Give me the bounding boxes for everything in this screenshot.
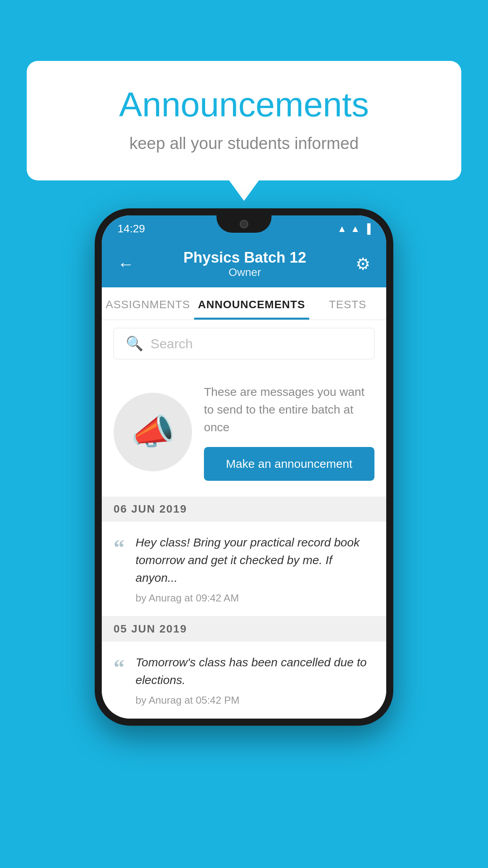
header-subtitle: Owner [183,266,306,279]
phone-notch [216,215,272,233]
tab-tests[interactable]: TESTS [309,287,386,320]
phone-outer: 14:29 ▲ ▲ ▐ ← Physics Batch 12 Owner ⚙ [95,208,393,726]
search-container: 🔍 Search [102,320,386,367]
announcement-content-1: Hey class! Bring your practical record b… [136,533,374,604]
date-separator-2: 05 JUN 2019 [102,616,386,642]
megaphone-icon: 📣 [131,411,175,452]
tabs-bar: ASSIGNMENTS ANNOUNCEMENTS TESTS [102,287,386,320]
app-header: ← Physics Batch 12 Owner ⚙ [102,242,386,287]
announcement-item-2[interactable]: “ Tomorrow's class has been cancelled du… [102,642,386,719]
tab-assignments[interactable]: ASSIGNMENTS [102,287,194,320]
make-announcement-button[interactable]: Make an announcement [204,447,374,481]
settings-icon[interactable]: ⚙ [356,254,371,274]
announcement-content-2: Tomorrow's class has been cancelled due … [136,653,374,706]
search-box[interactable]: 🔍 Search [114,328,374,359]
phone-screen: 14:29 ▲ ▲ ▐ ← Physics Batch 12 Owner ⚙ [102,215,386,719]
date-text-2: 05 JUN 2019 [114,623,187,635]
announcement-description: These are messages you want to send to t… [204,383,374,436]
phone-wrapper: 14:29 ▲ ▲ ▐ ← Physics Batch 12 Owner ⚙ [95,208,393,726]
status-bar: 14:29 ▲ ▲ ▐ [102,215,386,242]
header-center: Physics Batch 12 Owner [183,249,306,279]
date-text-1: 06 JUN 2019 [114,503,187,515]
battery-icon: ▐ [364,223,371,234]
announcement-meta-1: by Anurag at 09:42 AM [136,592,374,604]
status-time: 14:29 [117,223,145,235]
announcement-empty-state: 📣 These are messages you want to send to… [102,367,386,497]
speech-bubble-container: Announcements keep all your students inf… [27,61,461,180]
bubble-subtitle: keep all your students informed [58,134,430,153]
announcement-item-1[interactable]: “ Hey class! Bring your practical record… [102,522,386,616]
date-separator-1: 06 JUN 2019 [102,497,386,522]
status-icons: ▲ ▲ ▐ [337,223,371,234]
quote-icon-2: “ [114,657,125,679]
search-placeholder: Search [150,336,193,351]
announcement-text-2: Tomorrow's class has been cancelled due … [136,653,374,689]
tab-announcements[interactable]: ANNOUNCEMENTS [194,287,309,320]
announcement-meta-2: by Anurag at 05:42 PM [136,694,374,706]
bubble-title: Announcements [58,85,430,125]
quote-icon-1: “ [114,537,125,559]
back-button[interactable]: ← [117,255,134,274]
megaphone-circle: 📣 [114,393,192,471]
announcement-right: These are messages you want to send to t… [204,383,374,481]
header-title: Physics Batch 12 [183,249,306,266]
camera-dot [240,220,248,228]
search-icon: 🔍 [126,335,143,352]
wifi-icon: ▲ [337,223,347,234]
signal-icon: ▲ [350,223,360,234]
announcement-text-1: Hey class! Bring your practical record b… [136,533,374,587]
speech-bubble: Announcements keep all your students inf… [27,61,461,180]
